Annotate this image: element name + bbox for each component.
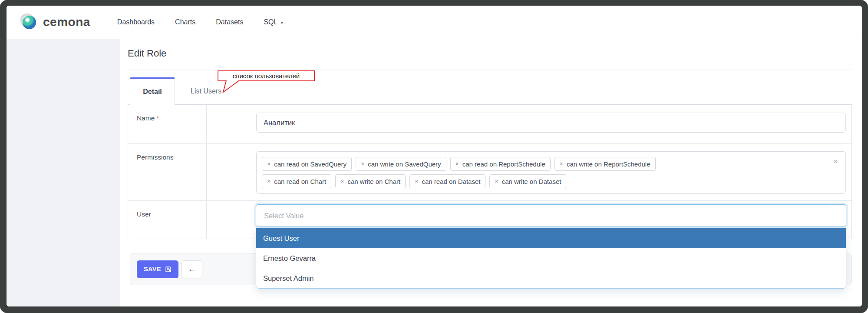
annotation-text: список пользователей — [233, 72, 300, 80]
chip-remove-icon[interactable]: × — [455, 160, 459, 167]
app-screen: C cemona DashboardsChartsDatasetsSQL▾ Ed… — [7, 6, 862, 306]
chip-remove-icon[interactable]: × — [415, 178, 418, 185]
permission-chip[interactable]: ×can write on SavedQuery — [356, 157, 446, 171]
page-title: Edit Role — [128, 48, 166, 59]
user-select-input[interactable] — [263, 211, 839, 220]
name-row: Name* — [128, 105, 851, 144]
user-select[interactable] — [256, 204, 846, 227]
tab-detail[interactable]: Detail — [130, 77, 175, 105]
required-asterisk: * — [156, 114, 159, 122]
left-gutter — [7, 39, 120, 306]
permission-chip-label: can read on SavedQuery — [274, 160, 347, 168]
permission-chip[interactable]: ×can read on SavedQuery — [262, 157, 352, 171]
chip-remove-icon[interactable]: × — [361, 160, 364, 167]
permission-chip[interactable]: ×can read on Chart — [262, 174, 331, 188]
permission-chip[interactable]: ×can read on ReportSchedule — [450, 157, 551, 171]
caret-down-icon: ▾ — [281, 19, 283, 26]
user-dropdown: Guest UserErnesto GevarraSuperset Admin — [256, 228, 846, 289]
chip-remove-icon[interactable]: × — [340, 178, 344, 185]
brand-name: cemona — [43, 15, 90, 29]
user-option-superset-admin[interactable]: Superset Admin — [256, 268, 846, 288]
brand-logo-icon: C — [20, 12, 39, 32]
nav-item-label: SQL — [264, 18, 277, 26]
content-panel: Edit Role список пользователей Detail Li… — [120, 39, 862, 306]
nav-item-sql[interactable]: SQL▾ — [264, 18, 283, 26]
save-floppy-icon — [165, 266, 172, 273]
main-area: Edit Role список пользователей Detail Li… — [7, 39, 862, 306]
nav-item-label: Dashboards — [117, 18, 155, 26]
globe-icon — [23, 16, 36, 29]
nav-item-dashboards[interactable]: Dashboards — [117, 18, 155, 26]
user-select-widget: Guest UserErnesto GevarraSuperset Admin — [256, 204, 846, 289]
nav-items: DashboardsChartsDatasetsSQL▾ — [117, 18, 283, 26]
clear-all-icon[interactable]: × — [834, 158, 838, 166]
save-button-label: SAVE — [144, 266, 161, 273]
nav-item-charts[interactable]: Charts — [175, 18, 195, 26]
permission-chip-label: can read on Chart — [274, 178, 326, 185]
permissions-label: Permissions — [128, 144, 207, 200]
nav-item-datasets[interactable]: Datasets — [216, 18, 243, 26]
name-input[interactable] — [256, 113, 846, 133]
permission-chip[interactable]: ×can write on ReportSchedule — [554, 157, 656, 171]
back-button[interactable]: ← — [182, 260, 202, 278]
permission-chip-label: can write on ReportSchedule — [567, 160, 650, 168]
tab-list-users-label: List Users — [191, 87, 221, 95]
permission-chip-label: can read on Dataset — [422, 178, 480, 185]
chip-remove-icon[interactable]: × — [267, 160, 271, 167]
chip-remove-icon[interactable]: × — [560, 160, 563, 167]
permission-chip[interactable]: ×can read on Dataset — [409, 174, 485, 188]
nav-item-label: Charts — [175, 18, 195, 26]
user-option-ernesto-gevarra[interactable]: Ernesto Gevarra — [256, 248, 846, 268]
permission-chip-label: can read on ReportSchedule — [462, 160, 545, 168]
window-frame: C cemona DashboardsChartsDatasetsSQL▾ Ed… — [0, 0, 868, 313]
brand-logo[interactable]: C cemona — [20, 12, 90, 32]
chip-remove-icon[interactable]: × — [495, 178, 498, 185]
permissions-row: Permissions ×can read on SavedQuery×can … — [128, 144, 851, 201]
permission-chip-label: can write on SavedQuery — [368, 160, 441, 168]
annotation-callout: список пользователей — [218, 70, 315, 81]
back-arrow-icon: ← — [188, 264, 196, 274]
top-navbar: C cemona DashboardsChartsDatasetsSQL▾ — [7, 6, 862, 39]
name-label: Name* — [128, 105, 207, 143]
permission-chip-label: can write on Dataset — [502, 178, 561, 185]
permissions-multiselect[interactable]: ×can read on SavedQuery×can write on Sav… — [256, 151, 846, 194]
user-option-guest-user[interactable]: Guest User — [256, 228, 846, 248]
permissions-chip-rows: ×can read on SavedQuery×can write on Sav… — [262, 157, 826, 188]
title-divider — [128, 70, 852, 70]
save-button[interactable]: SAVE — [137, 260, 178, 278]
annotation-pointer — [219, 80, 242, 93]
chip-row: ×can read on SavedQuery×can write on Sav… — [262, 157, 826, 171]
permission-chip[interactable]: ×can write on Dataset — [489, 174, 566, 188]
chip-remove-icon[interactable]: × — [267, 178, 271, 185]
user-label: User — [128, 201, 207, 239]
permission-chip[interactable]: ×can write on Chart — [335, 174, 406, 188]
nav-item-label: Datasets — [216, 18, 243, 26]
chip-row: ×can read on Chart×can write on Chart×ca… — [262, 174, 826, 188]
permission-chip-label: can write on Chart — [347, 178, 400, 185]
tab-detail-label: Detail — [143, 88, 162, 96]
